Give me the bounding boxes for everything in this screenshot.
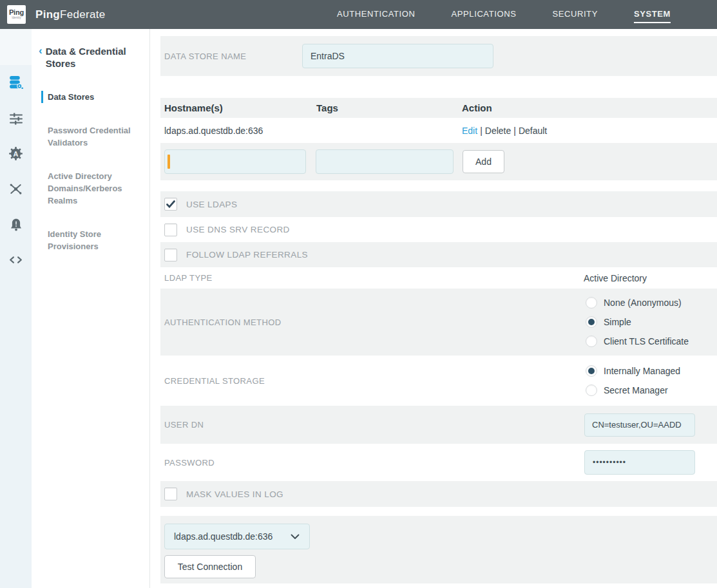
radio-option-internally-managed[interactable]: Internally Managed <box>586 365 680 377</box>
use-dns-srv-checkbox[interactable] <box>164 223 177 236</box>
code-brackets-icon[interactable] <box>0 242 32 278</box>
use-dns-srv-row: USE DNS SRV RECORD <box>160 217 717 242</box>
use-ldaps-label: USE LDAPS <box>186 200 237 209</box>
user-dn-input[interactable] <box>584 413 695 437</box>
nav-authentication[interactable]: AUTHENTICATION <box>337 6 416 23</box>
icon-rail: A <box>0 29 32 588</box>
add-hostname-row: Add <box>160 143 717 180</box>
radio-label-internally-managed: Internally Managed <box>604 366 680 376</box>
sidebar-item-data-stores[interactable]: Data Stores <box>41 91 141 103</box>
password-label: PASSWORD <box>164 458 215 468</box>
default-link[interactable]: Default <box>519 126 547 136</box>
password-row: PASSWORD <box>160 444 717 481</box>
mask-values-in-log-checkbox[interactable] <box>164 488 177 500</box>
logo-text: Ping <box>9 9 24 16</box>
new-hostname-input[interactable] <box>164 149 306 174</box>
test-connection-button[interactable]: Test Connection <box>164 555 256 578</box>
radio-label-client-tls-certificate: Client TLS Certificate <box>604 336 689 346</box>
follow-ldap-referrals-row: FOLLOW LDAP REFERRALS <box>160 242 717 267</box>
follow-ldap-referrals-label: FOLLOW LDAP REFERRALS <box>186 250 308 260</box>
radio-option-simple[interactable]: Simple <box>586 316 689 328</box>
action-separator: | <box>480 126 483 136</box>
radio-simple[interactable] <box>586 316 597 328</box>
user-dn-label: USER DN <box>164 420 204 430</box>
ping-identity-logo: Ping Identity <box>7 5 26 24</box>
back-chevron-icon[interactable]: ‹ <box>39 45 43 70</box>
user-dn-row: USER DN <box>160 406 717 444</box>
add-button[interactable]: Add <box>463 150 504 173</box>
new-hostname-wrap <box>164 149 306 174</box>
col-header-hostnames: Hostname(s) <box>164 102 316 113</box>
edit-link[interactable]: Edit <box>462 126 477 136</box>
main-content: DATA STORE NAME Hostname(s) Tags Action … <box>150 29 717 588</box>
credential-storage-row: CREDENTIAL STORAGE Internally Managed Se… <box>160 356 717 406</box>
hostname-cell: ldaps.ad.questdb.de:636 <box>164 126 316 136</box>
mask-values-in-log-row: MASK VALUES IN LOG <box>160 481 717 507</box>
test-connection-panel: ldaps.ad.questdb.de:636 Test Connection <box>160 516 717 583</box>
chevron-down-icon <box>291 534 300 540</box>
nav-security[interactable]: SECURITY <box>552 6 598 23</box>
secondary-sidebar: ‹ Data & Credential Stores Data Stores P… <box>32 29 150 588</box>
sidebar-item-ad-domains-kerberos-realms[interactable]: Active Directory Domains/Kerberos Realms <box>32 170 141 207</box>
new-tags-input[interactable] <box>316 149 454 174</box>
col-header-action: Action <box>462 102 492 113</box>
network-nodes-icon[interactable] <box>0 171 32 207</box>
action-separator: | <box>513 126 516 136</box>
credential-storage-label: CREDENTIAL STORAGE <box>164 376 265 386</box>
radio-none-anonymous[interactable] <box>586 297 597 308</box>
sidebar-header: ‹ Data & Credential Stores <box>32 45 149 70</box>
use-dns-srv-label: USE DNS SRV RECORD <box>186 225 290 234</box>
app-title-bold: Ping <box>35 8 60 21</box>
password-input[interactable] <box>584 450 695 475</box>
authentication-method-label: AUTHENTICATION METHOD <box>164 318 282 327</box>
required-marker <box>167 155 170 169</box>
data-store-name-label: DATA STORE NAME <box>164 52 302 61</box>
radio-client-tls-certificate[interactable] <box>586 336 597 347</box>
radio-label-none-anonymous: None (Anonymous) <box>604 298 682 308</box>
top-navbar: Ping Identity PingFederate AUTHENTICATIO… <box>0 0 717 29</box>
hostnames-table-header: Hostname(s) Tags Action <box>160 98 717 118</box>
app-title: PingFederate <box>35 8 105 21</box>
radio-option-none-anonymous[interactable]: None (Anonymous) <box>586 297 689 308</box>
radio-secret-manager[interactable] <box>586 384 597 396</box>
data-store-name-row: DATA STORE NAME <box>160 36 717 76</box>
use-ldaps-checkbox[interactable] <box>164 198 177 211</box>
logo-subtext: Identity <box>12 17 21 20</box>
ldap-type-label: LDAP TYPE <box>164 273 213 283</box>
data-stores-database-key-icon[interactable] <box>0 65 32 100</box>
follow-ldap-referrals-checkbox[interactable] <box>164 249 177 261</box>
action-cell: Edit|Delete|Default <box>462 126 547 136</box>
radio-option-secret-manager[interactable]: Secret Manager <box>586 384 680 396</box>
hostname-select-value: ldaps.ad.questdb.de:636 <box>174 531 272 542</box>
nav-system[interactable]: SYSTEM <box>634 6 671 23</box>
radio-option-client-tls-certificate[interactable]: Client TLS Certificate <box>586 336 689 347</box>
rail-top-strip <box>0 29 32 65</box>
credential-storage-options: Internally Managed Secret Manager <box>586 365 680 396</box>
authentication-method-options: None (Anonymous) Simple Client TLS Certi… <box>586 297 689 347</box>
col-header-tags: Tags <box>316 102 462 113</box>
ldap-type-value: Active Directory <box>584 273 647 283</box>
sidebar-item-identity-store-provisioners[interactable]: Identity Store Provisioners <box>32 228 141 252</box>
hostname-table-row: ldaps.ad.questdb.de:636 Edit|Delete|Defa… <box>160 118 717 143</box>
alert-bell-icon[interactable] <box>0 207 32 242</box>
radio-label-secret-manager: Secret Manager <box>604 385 668 395</box>
app-title-light: Federate <box>60 8 105 21</box>
ldap-type-row: LDAP TYPE Active Directory <box>160 267 717 289</box>
delete-link[interactable]: Delete <box>485 126 511 136</box>
gear-a-icon[interactable]: A <box>0 136 32 171</box>
radio-label-simple: Simple <box>604 317 631 327</box>
authentication-method-row: AUTHENTICATION METHOD None (Anonymous) S… <box>160 289 717 356</box>
data-store-name-input[interactable] <box>302 44 493 68</box>
nav-applications[interactable]: APPLICATIONS <box>452 6 517 23</box>
use-ldaps-row: USE LDAPS <box>160 191 717 217</box>
main-nav: AUTHENTICATION APPLICATIONS SECURITY SYS… <box>337 6 717 23</box>
sidebar-item-password-credential-validators[interactable]: Password Credential Validators <box>32 124 141 149</box>
mask-values-in-log-label: MASK VALUES IN LOG <box>186 489 283 499</box>
svg-text:A: A <box>14 150 19 158</box>
sliders-icon[interactable] <box>0 100 32 136</box>
hostname-select[interactable]: ldaps.ad.questdb.de:636 <box>164 524 310 549</box>
sidebar-title: Data & Credential Stores <box>46 45 136 70</box>
radio-internally-managed[interactable] <box>586 365 597 377</box>
